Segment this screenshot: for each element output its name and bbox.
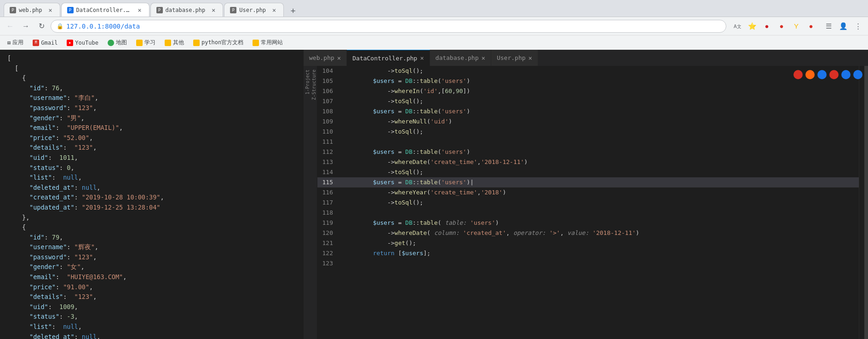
line-content-119: $users = DB::table( table: 'users') xyxy=(340,218,859,228)
line-content-120: ->whereDate( column: 'created_at', opera… xyxy=(340,228,859,238)
editor-scrollbar[interactable] xyxy=(859,66,864,339)
code-line-116: 116 ->whereYear('create_time','2018') xyxy=(317,187,859,198)
json2-password: "password": "123", xyxy=(7,252,296,263)
editor-tab-close-user[interactable]: × xyxy=(529,54,532,62)
browser-tab-database[interactable]: P database.php × xyxy=(150,3,224,17)
line-number-109: 109 xyxy=(317,117,340,127)
ext-icon-3[interactable]: ● xyxy=(805,20,817,33)
code-line-111: 111 xyxy=(317,137,859,147)
tab-close-database[interactable]: × xyxy=(210,6,217,14)
json2-details: "details": "123", xyxy=(7,292,296,302)
json-panel[interactable]: [ [ { "id": 76, "username": "李白", "passw… xyxy=(0,50,304,339)
code-line-106: 106 ->whereIn('id',[60,90]) xyxy=(317,86,859,96)
json-uid: "uid": 1011, xyxy=(7,153,296,163)
json2-id: "id": 79, xyxy=(7,233,296,243)
code-line-119: 119 $users = DB::table( table: 'users') xyxy=(317,218,859,228)
line-number-110: 110 xyxy=(317,127,340,137)
editor-tab-datacontroller-label: DataController.php xyxy=(352,55,417,62)
new-tab-button[interactable]: + xyxy=(287,4,299,17)
other-favicon xyxy=(165,40,171,46)
line-content-107: ->toSql(); xyxy=(340,96,859,106)
line-number-113: 113 xyxy=(317,157,340,167)
line-number-121: 121 xyxy=(317,238,340,248)
bookmark-gmail-label: Gmail xyxy=(41,40,57,46)
bookmark-maps[interactable]: 地图 xyxy=(104,37,131,48)
bookmark-common[interactable]: 常用网站 xyxy=(249,37,287,48)
code-line-114: 114 ->toSql(); xyxy=(317,167,859,177)
editor-tab-database[interactable]: database.php × xyxy=(430,50,491,66)
tab-close-user[interactable]: × xyxy=(270,6,278,14)
code-view[interactable]: 104 ->toSql(); 105 $users = DB::table('u… xyxy=(317,66,868,339)
json2-price: "price": "91.00", xyxy=(7,282,296,292)
json-updated_at: "updated_at": "2019-12-25 13:28:04" xyxy=(7,203,296,213)
gmail-favicon: M xyxy=(33,40,39,46)
extensions-button[interactable]: ☰ xyxy=(822,20,835,33)
browser-tab-user[interactable]: P User.php × xyxy=(224,3,284,17)
ext-icon-1[interactable]: ● xyxy=(775,20,788,33)
json-deleted_at: "deleted_at": null, xyxy=(7,183,296,193)
address-bar[interactable]: 🔒 127.0.0.1:8000/data xyxy=(51,20,726,33)
bookmark-study[interactable]: 学习 xyxy=(132,37,159,48)
json-id: "id": 76, xyxy=(7,83,296,94)
editor-tab-user[interactable]: User.php × xyxy=(491,50,538,66)
z-structure-sidebar: Z-Structure xyxy=(311,66,317,339)
line-content-110: ->toSql(); xyxy=(340,127,859,137)
editor-body: 1-Project Z-Structure 104 ->toSql(); xyxy=(304,66,868,339)
editor-tab-close-web[interactable]: × xyxy=(337,54,341,62)
forward-button[interactable]: → xyxy=(19,20,32,33)
json2-list: "list": null, xyxy=(7,322,296,332)
code-lines-container[interactable]: 104 ->toSql(); 105 $users = DB::table('u… xyxy=(317,66,859,339)
json2-email: "email": "HUIYE@163.COM", xyxy=(7,272,296,282)
bookmark-gmail[interactable]: M Gmail xyxy=(29,38,61,47)
line-number-122: 122 xyxy=(317,248,340,258)
reload-button[interactable]: ↻ xyxy=(35,20,48,33)
bookmark-python[interactable]: python官方文档 xyxy=(190,37,247,48)
bookmark-apps[interactable]: ⊞ 应用 xyxy=(4,37,27,48)
json-username: "username": "李白", xyxy=(7,93,296,103)
bookmark-other[interactable]: 其他 xyxy=(161,37,188,48)
json-obj1-close: }, xyxy=(7,213,296,223)
tab-close-datacontroller[interactable]: × xyxy=(136,6,144,14)
main-content: [ [ { "id": 76, "username": "李白", "passw… xyxy=(0,50,868,339)
code-line-115: 115 $users = DB::table('users')| xyxy=(317,177,859,187)
project-label: 1-Project xyxy=(305,70,310,94)
line-content-117: ->toSql(); xyxy=(340,198,859,208)
code-line-105: 105 $users = DB::table('users') xyxy=(317,76,859,86)
line-content-108: $users = DB::table('users') xyxy=(340,106,859,117)
browser-tab-datacontroller[interactable]: P DataController.php × xyxy=(61,3,149,17)
line-number-116: 116 xyxy=(317,187,340,198)
editor-tab-datacontroller[interactable]: DataController.php × xyxy=(347,50,430,66)
ext-icon-2[interactable]: Y xyxy=(790,20,803,33)
json-obj1-open: { xyxy=(7,73,296,83)
profile-button[interactable]: 👤 xyxy=(837,20,850,33)
opera-icon[interactable]: ● xyxy=(760,20,773,33)
json-list: "list": null, xyxy=(7,173,296,183)
editor-tab-database-label: database.php xyxy=(436,54,479,61)
code-line-110: 110 ->toSql(); xyxy=(317,127,859,137)
translate-icon[interactable]: A文 xyxy=(731,20,744,33)
line-content-109: ->whereNull('uid') xyxy=(340,117,859,127)
json2-uid: "uid": 1009, xyxy=(7,302,296,312)
browser-tab-web[interactable]: P web.php × xyxy=(4,3,60,17)
tab-close-web[interactable]: × xyxy=(47,6,54,14)
editor-tab-close-database[interactable]: × xyxy=(481,54,485,62)
youtube-favicon: ▶ xyxy=(67,40,73,46)
json-obj2-open: { xyxy=(7,222,296,233)
bookmark-icon[interactable]: ⭐ xyxy=(746,20,759,33)
line-content-116: ->whereYear('create_time','2018') xyxy=(340,187,859,198)
bookmark-youtube[interactable]: ▶ YouTube xyxy=(63,38,102,47)
bookmark-common-label: 常用网站 xyxy=(261,39,283,47)
code-line-109: 109 ->whereNull('uid') xyxy=(317,117,859,127)
back-button[interactable]: ← xyxy=(4,20,17,33)
editor-tab-web[interactable]: web.php × xyxy=(304,50,347,66)
line-content-121: ->get(); xyxy=(340,238,859,248)
apps-icon: ⊞ xyxy=(7,40,11,46)
json2-status: "status": -3, xyxy=(7,312,296,322)
editor-far-right[interactable] xyxy=(864,66,868,339)
bookmark-apps-label: 应用 xyxy=(12,39,23,47)
menu-button[interactable]: ⋮ xyxy=(851,20,864,33)
editor-panel: web.php × DataController.php × database.… xyxy=(304,50,868,339)
line-number-114: 114 xyxy=(317,167,340,177)
browser-chrome: P web.php × P DataController.php × P dat… xyxy=(0,0,868,50)
editor-tab-close-datacontroller[interactable]: × xyxy=(420,54,424,62)
